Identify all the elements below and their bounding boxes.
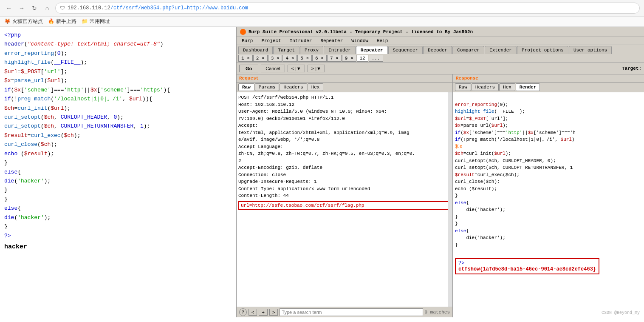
tab-target[interactable]: Target xyxy=(273,46,299,54)
scroll-indicator[interactable] xyxy=(448,92,452,307)
burp-menubar: Burp Project Intruder Repeater Window He… xyxy=(237,37,644,45)
bookmark-firefox-label: 火狐官方站点 xyxy=(12,18,43,25)
code-line-17: die('hacker'); xyxy=(4,177,232,185)
tab-extender[interactable]: Extender xyxy=(485,46,517,54)
forward-button[interactable]: → xyxy=(17,3,26,13)
bookmark-newbie[interactable]: 🔥 新手上路 xyxy=(48,18,76,25)
more-tabs-button[interactable]: ... xyxy=(369,55,383,62)
target-label: Target: xyxy=(622,66,641,71)
bookmark-common[interactable]: 📁 常用网址 xyxy=(82,18,110,25)
request-tab-raw[interactable]: Raw xyxy=(238,83,254,91)
code-line-4: highlight_file(__FILE__); xyxy=(4,58,232,67)
nav-right-button[interactable]: > |▼ xyxy=(308,65,325,72)
tab-dashboard[interactable]: Dashboard xyxy=(238,46,273,54)
code-line-3: error_reporting(0); xyxy=(4,49,232,58)
tab-decoder[interactable]: Decoder xyxy=(423,46,452,54)
tab-comparer[interactable]: Comparer xyxy=(452,46,484,54)
security-icon: 🛡 xyxy=(60,5,65,11)
request-tab-hex[interactable]: Hex xyxy=(308,83,324,91)
num-tab-9[interactable]: 9 × xyxy=(342,55,356,62)
bookmark-common-label: 常用网址 xyxy=(90,18,110,25)
bookmark-newbie-label: 新手上路 xyxy=(56,18,76,25)
flag-value: ctfshow{1afd5e8d-ba15-46ec-9014-ae8cd2ef… xyxy=(458,266,596,272)
num-tab-4[interactable]: 4 × xyxy=(282,55,297,62)
request-content[interactable]: POST /ctf/ssrf/web354.php HTTP/1.1 Host:… xyxy=(237,92,452,307)
num-tab-12[interactable]: 12 xyxy=(357,55,368,62)
go-button[interactable]: Go xyxy=(239,65,258,72)
search-add-button[interactable]: + xyxy=(259,309,267,316)
matches-label: 0 matches xyxy=(425,310,450,315)
response-panel: Response Raw Headers Hex Render error_re… xyxy=(453,74,644,317)
menu-help[interactable]: Help xyxy=(375,38,390,44)
code-line-19: } xyxy=(4,195,232,204)
request-tab-params[interactable]: Params xyxy=(255,83,280,91)
code-line-13: curl_close($ch); xyxy=(4,140,232,149)
request-tabs: Raw Params Headers Hex xyxy=(237,83,452,92)
code-line-22: } xyxy=(4,222,232,231)
code-line-7: if($x['scheme']==='http'||$x['scheme']==… xyxy=(4,85,232,94)
search-input[interactable] xyxy=(280,308,423,316)
menu-intruder[interactable]: Intruder xyxy=(288,38,314,44)
code-line-23: ?> xyxy=(4,231,232,240)
bookmark-firefox[interactable]: 🦊 火狐官方站点 xyxy=(4,18,43,25)
burp-title: Burp Suite Professional v2.0.11beta - Te… xyxy=(249,29,473,34)
param-highlight: url=http://safe.taobao.com/ctf/ssrf/flag… xyxy=(238,201,451,210)
tab-proxy[interactable]: Proxy xyxy=(300,46,323,54)
burp-main-tabs: Dashboard Target Proxy Intruder Repeater… xyxy=(237,45,644,54)
burp-icon xyxy=(240,29,246,35)
response-tabs: Raw Headers Hex Render xyxy=(453,83,644,92)
num-tab-3[interactable]: 3 × xyxy=(268,55,282,62)
nav-left-button[interactable]: < |▼ xyxy=(288,65,305,72)
back-button[interactable]: ← xyxy=(4,3,14,13)
home-button[interactable]: ⌂ xyxy=(42,3,52,13)
menu-burp[interactable]: Burp xyxy=(240,38,254,44)
response-tab-render[interactable]: Render xyxy=(516,83,540,91)
request-header: Request xyxy=(237,74,452,83)
tab-intruder[interactable]: Intruder xyxy=(324,46,356,54)
burp-suite-panel: Burp Suite Professional v2.0.11beta - Te… xyxy=(236,27,644,317)
address-path: /ctf/ssrf/web354.php?url=http://www.baid… xyxy=(110,5,248,11)
browser-chrome: ← → ↻ ⌂ 🛡 192.168.110.12/ctf/ssrf/web354… xyxy=(0,0,644,27)
menu-window[interactable]: Window xyxy=(350,38,370,44)
flag-php-tag: ?> xyxy=(458,260,464,266)
response-tab-headers[interactable]: Headers xyxy=(472,83,499,91)
tab-user-options[interactable]: User options xyxy=(569,46,612,54)
code-line-21: die('hacker'); xyxy=(4,213,232,222)
burp-titlebar: Burp Suite Professional v2.0.11beta - Te… xyxy=(237,27,644,37)
hacker-output: hacker xyxy=(4,242,232,253)
response-text: error_reporting(0); highlight_file(__FIL… xyxy=(455,94,642,256)
search-next-button[interactable]: > xyxy=(269,309,278,316)
code-line-16: else{ xyxy=(4,168,232,177)
code-line-18: } xyxy=(4,185,232,194)
request-panel: Request Raw Params Headers Hex POST /ctf… xyxy=(237,74,453,317)
code-line-12: $result=curl_exec($ch); xyxy=(4,131,232,140)
num-tab-6[interactable]: 6 × xyxy=(312,55,327,62)
tab-project-options[interactable]: Project options xyxy=(517,46,568,54)
num-tab-2[interactable]: 2 × xyxy=(253,55,268,62)
response-tab-raw[interactable]: Raw xyxy=(455,83,471,91)
request-tab-headers[interactable]: Headers xyxy=(280,83,307,91)
response-header: Response xyxy=(453,74,644,83)
reload-button[interactable]: ↻ xyxy=(30,3,39,13)
code-line-5: $url=$_POST['url']; xyxy=(4,67,232,76)
cancel-button[interactable]: Cancel xyxy=(261,65,285,72)
repeater-controls: Go Cancel < |▼ > |▼ Target: xyxy=(237,63,644,74)
code-line-11: curl_setopt($ch, CURLOPT_RETURNTRANSFER,… xyxy=(4,122,232,131)
tab-repeater[interactable]: Repeater xyxy=(356,46,388,54)
response-tab-hex[interactable]: Hex xyxy=(499,83,515,91)
num-tab-5[interactable]: 5 × xyxy=(297,55,312,62)
help-button[interactable]: ? xyxy=(239,308,247,316)
code-line-6: $x=parse_url($url); xyxy=(4,76,232,85)
tab-sequencer[interactable]: Sequencer xyxy=(388,46,423,54)
request-text: POST /ctf/ssrf/web354.php HTTP/1.1 Host:… xyxy=(238,94,451,199)
menu-repeater[interactable]: Repeater xyxy=(319,38,345,44)
num-tab-1[interactable]: 1 × xyxy=(238,55,253,62)
address-bar[interactable]: 🛡 192.168.110.12/ctf/ssrf/web354.php?url… xyxy=(55,3,640,14)
search-prev-button[interactable]: < xyxy=(249,309,257,316)
php-source-panel: <?php header("content-type: text/html; c… xyxy=(0,27,236,317)
address-bar-url: 192.168.110.12/ctf/ssrf/web354.php?url=h… xyxy=(68,5,248,11)
response-content[interactable]: error_reporting(0); highlight_file(__FIL… xyxy=(453,92,644,317)
menu-project[interactable]: Project xyxy=(260,38,282,44)
code-line-15: } xyxy=(4,158,232,167)
num-tab-7[interactable]: 7 × xyxy=(327,55,342,62)
